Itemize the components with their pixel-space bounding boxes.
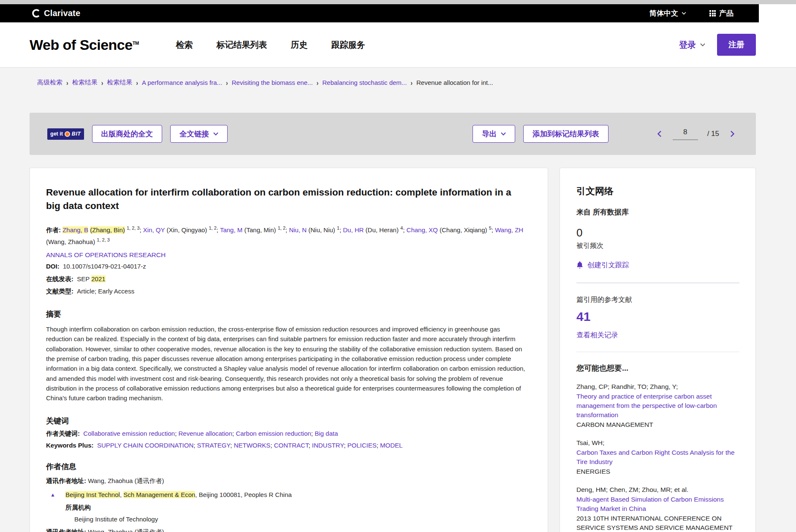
author-affiliation-sup: 1, 2, 3 xyxy=(127,225,140,231)
keywords-plus-link[interactable]: SUPPLY CHAIN COORDINATION xyxy=(97,442,193,449)
keywords-plus-link[interactable]: NETWORKS xyxy=(234,442,271,449)
address-segment: , Beijing 100081, Peoples R China xyxy=(195,491,292,498)
clarivate-logo: Clarivate xyxy=(32,8,80,18)
breadcrumb-link[interactable]: 检索结果 xyxy=(72,79,98,87)
related-records-row: 查看相关记录 xyxy=(576,331,739,340)
keywords-heading: 关键词 xyxy=(46,416,527,426)
chevron-right-icon: › xyxy=(226,79,228,86)
affiliation-heading: 所属机构 xyxy=(46,504,527,512)
chevron-right-icon: › xyxy=(317,79,319,86)
doctype-value: Article; Early Access xyxy=(77,288,134,295)
topbar-right: 简体中文 产品 xyxy=(649,8,734,18)
keyword-separator: ; xyxy=(230,442,234,449)
breadcrumb-link[interactable]: 检索结果 xyxy=(107,79,132,87)
breadcrumb-link[interactable]: 高级检索 xyxy=(37,79,62,87)
getit-bit-badge[interactable]: get it BIT xyxy=(47,128,84,140)
keyword-separator: ; xyxy=(311,430,315,437)
nav-search[interactable]: 检索 xyxy=(176,39,193,51)
suggested-paper-title[interactable]: Carbon Taxes and Carbon Right Costs Anal… xyxy=(576,448,739,467)
login-label: 登录 xyxy=(679,39,696,51)
register-button[interactable]: 注册 xyxy=(717,34,756,56)
corresponding-address-row: 通讯作者地址: Wang, Zhaohua (通讯作者) xyxy=(46,528,527,532)
author-link[interactable]: Du, HR xyxy=(343,226,364,233)
language-selector[interactable]: 简体中文 xyxy=(649,8,686,18)
authors-label: 作者: xyxy=(46,226,61,233)
breadcrumb-link[interactable]: Rebalancing stochastic dem... xyxy=(322,79,407,86)
author-separator: ; xyxy=(340,226,341,233)
suggested-paper-source: 2013 10TH INTERNATIONAL CONFERENCE ON SE… xyxy=(576,514,739,532)
author-separator: ; xyxy=(140,226,141,233)
author-keyword-link[interactable]: Revenue allocation xyxy=(178,430,232,437)
abstract-heading: 摘要 xyxy=(46,309,527,319)
author-keyword-link[interactable]: Collaborative emission reduction xyxy=(83,430,175,437)
export-button[interactable]: 导出 xyxy=(473,125,515,143)
page-number-input[interactable] xyxy=(673,128,698,140)
published-label: 在线发表: xyxy=(46,275,73,282)
breadcrumb: 高级检索›检索结果›检索结果›A performance analysis fr… xyxy=(0,68,796,87)
nav-marked-list[interactable]: 标记结果列表 xyxy=(217,39,267,51)
keywords-plus-link[interactable]: MODEL xyxy=(380,442,402,449)
suggested-paper-authors: Tsai, WH; xyxy=(576,438,739,448)
chevron-down-icon xyxy=(700,43,705,46)
times-cited-label: 被引频次 xyxy=(576,242,739,250)
times-cited-count: 0 xyxy=(576,226,739,239)
keyword-separator: ; xyxy=(193,442,197,449)
doi-value: 10.1007/s10479-021-04017-z xyxy=(63,263,146,270)
author-link[interactable]: Zhang, B xyxy=(62,226,88,233)
chevron-left-icon[interactable] xyxy=(655,129,663,139)
login-menu[interactable]: 登录 xyxy=(679,39,705,51)
address-text: Beijing Inst Technol, Sch Management & E… xyxy=(65,491,292,498)
keywords-plus-link[interactable]: CONTRACT xyxy=(274,442,309,449)
suggested-paper-authors: Zhang, CP; Randhir, TO; Zhang, Y; xyxy=(576,382,739,391)
author-fullname: (Tang, Min) xyxy=(244,226,276,233)
nav-history[interactable]: 历史 xyxy=(291,39,308,51)
keywords-plus-link[interactable]: POLICIES xyxy=(348,442,377,449)
window-top-strip xyxy=(0,0,796,4)
products-menu[interactable]: 产品 xyxy=(709,8,734,18)
collapse-triangle-icon[interactable]: ▲ xyxy=(50,491,55,499)
wos-logo[interactable]: Web of ScienceTM xyxy=(30,37,139,53)
chevron-right-icon[interactable] xyxy=(728,129,736,139)
author-fullname: (Xin, Qingyao) xyxy=(166,226,207,233)
sidebar-divider xyxy=(576,282,739,283)
export-label: 导出 xyxy=(482,129,497,139)
publisher-fulltext-button[interactable]: 出版商处的全文 xyxy=(92,125,163,143)
author-keyword-link[interactable]: Big data xyxy=(315,430,338,437)
author-link[interactable]: Niu, N xyxy=(289,226,307,233)
author-keywords-line: 作者关键词: Collaborative emission reduction;… xyxy=(46,430,527,438)
author-affiliation-sup: 1, 2, 3 xyxy=(97,237,110,242)
chevron-right-icon: › xyxy=(136,79,138,86)
journal-link[interactable]: ANNALS OF OPERATIONS RESEARCH xyxy=(46,251,166,258)
create-citation-alert-link[interactable]: 创建引文跟踪 xyxy=(587,261,629,270)
fulltext-links-button[interactable]: 全文链接 xyxy=(170,125,228,143)
author-link[interactable]: Xin, QY xyxy=(143,226,165,233)
article-card: Revenue allocation for interfirm collabo… xyxy=(30,168,548,532)
nav-alerts[interactable]: 跟踪服务 xyxy=(331,39,365,51)
author-keyword-link[interactable]: Carbon emission reduction xyxy=(236,430,311,437)
author-link[interactable]: Wang, ZH xyxy=(495,226,523,233)
corresponding-author-name: Wang, Zhaohua (通讯作者) xyxy=(88,528,164,532)
suggested-paper-title[interactable]: Theory and practice of enterprise carbon… xyxy=(576,392,739,420)
breadcrumb-link[interactable]: Revisiting the biomass ene... xyxy=(232,79,313,86)
products-label: 产品 xyxy=(719,8,734,18)
suggested-papers-list: Zhang, CP; Randhir, TO; Zhang, Y;Theory … xyxy=(576,382,739,532)
trademark-symbol: TM xyxy=(133,40,139,45)
view-related-records-link[interactable]: 查看相关记录 xyxy=(576,331,618,339)
abstract-text: Though interfirm collaboration on carbon… xyxy=(46,324,527,403)
corresponding-address-label: 通讯作者地址: xyxy=(46,528,86,532)
content-columns: Revenue allocation for interfirm collabo… xyxy=(30,168,756,532)
keyword-separator: ; xyxy=(270,442,274,449)
keywords-plus-link[interactable]: INDUSTRY xyxy=(312,442,344,449)
author-link[interactable]: Tang, M xyxy=(220,226,242,233)
cited-references-count-link[interactable]: 41 xyxy=(576,309,590,323)
citation-source: 来自 所有数据库 xyxy=(576,207,739,217)
suggested-paper-title[interactable]: Multi-agent Based Simulation of Carbon E… xyxy=(576,495,739,513)
corresponding-address-row: 通讯作者地址: Wang, Zhaohua (通讯作者) xyxy=(46,477,527,485)
keywords-plus-link[interactable]: STRATEGY xyxy=(197,442,231,449)
clarivate-brand-text: Clarivate xyxy=(44,8,80,18)
add-to-marked-list-button[interactable]: 添加到标记结果列表 xyxy=(523,125,609,143)
clarivate-mark-icon xyxy=(32,9,41,18)
breadcrumb-link[interactable]: A performance analysis fra... xyxy=(142,79,222,86)
author-link[interactable]: Chang, XQ xyxy=(407,226,438,233)
bell-icon xyxy=(576,261,583,269)
